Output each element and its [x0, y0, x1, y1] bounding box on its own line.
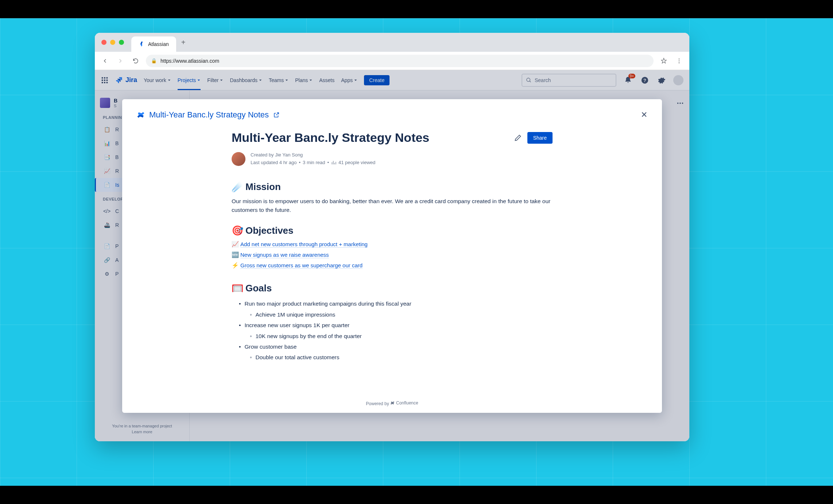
objective-link[interactable]: New signups as we raise awareness: [240, 252, 329, 258]
mission-section: ☄️Mission Our mission is to empower user…: [232, 181, 553, 215]
modal-header: Multi-Year Banc.ly Strategy Notes ✕: [137, 110, 647, 120]
author-avatar[interactable]: [232, 152, 245, 166]
svg-point-1: [679, 60, 679, 61]
new-tab-button[interactable]: +: [181, 38, 186, 47]
objectives-emoji: 🎯: [232, 225, 243, 236]
modal-footer: Powered by Confluence: [122, 400, 662, 406]
read-time: 3 min read: [303, 159, 325, 167]
goal-subitem: Double our total active customers: [239, 352, 553, 363]
edit-button[interactable]: [514, 134, 522, 141]
close-window-button[interactable]: [101, 40, 106, 45]
goal-item: Run two major product marketing campaign…: [239, 298, 553, 309]
mission-heading: Mission: [245, 181, 281, 193]
minimize-window-button[interactable]: [110, 40, 115, 45]
browser-tab[interactable]: Atlassian: [131, 36, 176, 52]
goal-item: Increase new user signups 1K per quarter: [239, 320, 553, 330]
confluence-page-modal: Multi-Year Banc.ly Strategy Notes ✕ Mult…: [122, 99, 662, 413]
goals-emoji: 🥅: [232, 283, 243, 294]
author-line: Created by Jie Yan Song: [251, 151, 375, 159]
page-title: Multi-Year Banc.ly Strategy Notes: [232, 131, 508, 145]
last-updated: Last updated 4 hr ago: [251, 159, 297, 167]
forward-button[interactable]: [115, 56, 125, 66]
objectives-heading: Objectives: [245, 225, 294, 236]
svg-point-2: [679, 62, 679, 63]
browser-tab-bar: Atlassian +: [95, 33, 689, 52]
external-link-icon[interactable]: [273, 112, 280, 118]
goal-subitem: Achieve 1M unique impressions: [239, 309, 553, 320]
reload-button[interactable]: [131, 56, 141, 66]
analytics-icon: [331, 160, 336, 165]
svg-point-0: [679, 58, 679, 59]
app-content: Jira Your work Projects Filter Dashboard…: [95, 70, 689, 441]
objective-link[interactable]: Add net new customers through product + …: [240, 241, 368, 248]
byline: Created by Jie Yan Song Last updated 4 h…: [232, 151, 553, 167]
mission-emoji: ☄️: [232, 181, 243, 193]
url-text: https://www.atlassian.com: [160, 58, 219, 64]
objectives-section: 🎯Objectives 📈Add net new customers throu…: [232, 225, 553, 272]
maximize-window-button[interactable]: [119, 40, 124, 45]
goals-heading: Goals: [245, 283, 272, 294]
share-button[interactable]: Share: [527, 132, 553, 144]
mission-body: Our mission is to empower users to do ba…: [232, 197, 553, 215]
address-bar: 🔒 https://www.atlassian.com: [95, 52, 689, 70]
confluence-icon: [137, 111, 145, 119]
atlassian-logo-icon: [139, 41, 144, 47]
goal-item: Grow customer base: [239, 341, 553, 352]
lock-icon: 🔒: [151, 58, 157, 63]
goal-subitem: 10K new signups by the end of the quarte…: [239, 331, 553, 341]
goals-section: 🥅Goals Run two major product marketing c…: [232, 283, 553, 363]
bookmark-button[interactable]: [659, 56, 669, 66]
confluence-icon: [390, 401, 395, 405]
url-input[interactable]: 🔒 https://www.atlassian.com: [146, 55, 654, 67]
browser-menu-button[interactable]: [674, 56, 684, 66]
modal-title-link[interactable]: Multi-Year Banc.ly Strategy Notes: [149, 110, 269, 120]
tab-title: Atlassian: [148, 41, 169, 47]
view-count: 41 people viewed: [338, 159, 375, 167]
browser-window: Atlassian + 🔒 https://www.atlassian.com …: [95, 33, 689, 441]
close-modal-button[interactable]: ✕: [641, 110, 647, 120]
objective-link[interactable]: Gross new customers as we supercharge ou…: [240, 262, 363, 269]
window-controls: [101, 40, 124, 45]
back-button[interactable]: [100, 56, 110, 66]
